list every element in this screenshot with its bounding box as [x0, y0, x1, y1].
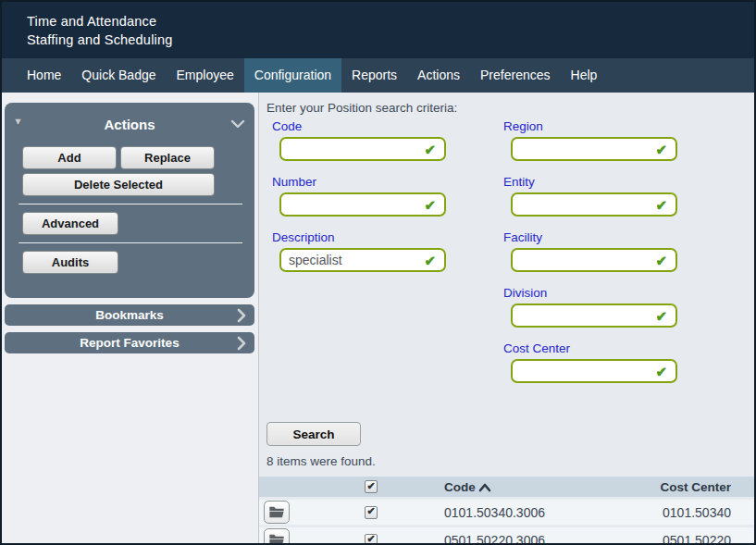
row-code-value: 0501.50220.3006: [444, 533, 611, 545]
facility-label: Facility: [503, 229, 729, 245]
results-summary: 8 items were found.: [266, 454, 754, 468]
bookmarks-panel-title: Bookmarks: [95, 308, 164, 322]
code-column-header[interactable]: Code: [444, 480, 476, 494]
number-label: Number: [272, 174, 498, 190]
app-header: Time and Attendance Staffing and Schedul…: [2, 2, 754, 58]
code-field-group: Code ✔: [266, 118, 498, 161]
app-title-line2: Staffing and Scheduling: [27, 31, 754, 49]
nav-item-configuration[interactable]: Configuration: [244, 58, 341, 93]
nav-item-help[interactable]: Help: [561, 58, 608, 93]
results-table-header: ✔ Code Cost Center: [259, 477, 754, 497]
main-nav: Home Quick Badge Employee Configuration …: [2, 58, 754, 93]
actions-panel: ▼ Actions Add Replace Delete Selected Ad…: [5, 103, 254, 298]
chevron-right-icon: [237, 308, 246, 323]
number-field-group: Number ✔: [266, 174, 498, 217]
entity-field: ✔: [511, 192, 677, 217]
facility-field: ✔: [511, 248, 677, 272]
cost-center-field-group: Cost Center ✔: [498, 341, 729, 383]
sidebar: ▼ Actions Add Replace Delete Selected Ad…: [2, 93, 259, 543]
region-field: ✔: [511, 137, 677, 161]
resize-triangle-icon: ▼: [13, 117, 23, 127]
row-checkbox[interactable]: ✔: [365, 506, 378, 519]
add-button[interactable]: Add: [22, 146, 117, 169]
facility-input[interactable]: [513, 250, 675, 270]
table-row: ✔ 0101.50340.3006 0101.50340: [259, 500, 754, 525]
criteria-left-column: Code ✔ Number ✔ Descri: [266, 118, 498, 396]
nav-item-quick-badge[interactable]: Quick Badge: [71, 58, 166, 93]
results-table: ✔ Code Cost Center: [259, 477, 754, 545]
advanced-button[interactable]: Advanced: [22, 212, 118, 235]
replace-button[interactable]: Replace: [120, 146, 215, 169]
folder-icon: [268, 505, 285, 519]
criteria-prompt: Enter your Position search criteria:: [266, 101, 754, 115]
entity-label: Entity: [503, 174, 729, 190]
nav-item-employee[interactable]: Employee: [167, 58, 244, 93]
number-field: ✔: [279, 192, 446, 217]
table-row: ✔ 0501.50220.3006 0501.50220: [259, 527, 754, 545]
row-checkbox[interactable]: ✔: [365, 534, 378, 545]
search-criteria-form: Code ✔ Number ✔ Descri: [266, 118, 754, 396]
open-record-button[interactable]: [264, 528, 290, 545]
delete-selected-button[interactable]: Delete Selected: [22, 173, 215, 196]
panel-divider: [19, 204, 242, 204]
division-field: ✔: [511, 303, 677, 328]
entity-field-group: Entity ✔: [498, 174, 729, 217]
cost-center-field: ✔: [511, 359, 677, 383]
entity-input[interactable]: [513, 194, 675, 215]
nav-item-actions[interactable]: Actions: [407, 58, 470, 93]
report-favorites-panel-title: Report Favorites: [80, 336, 179, 350]
checkbox-check-icon: ✔: [366, 506, 375, 516]
open-record-button[interactable]: [264, 501, 290, 524]
description-field-group: Description ✔: [266, 229, 498, 272]
region-input[interactable]: [513, 139, 675, 159]
nav-item-preferences[interactable]: Preferences: [470, 58, 560, 93]
app-title-line1: Time and Attendance: [27, 12, 754, 31]
chevron-down-icon: [230, 119, 245, 129]
sort-ascending-icon[interactable]: [477, 482, 492, 492]
description-label: Description: [272, 229, 498, 245]
code-input[interactable]: [281, 139, 444, 159]
audits-button[interactable]: Audits: [22, 251, 118, 274]
chevron-right-icon: [237, 336, 246, 351]
checkbox-check-icon: ✔: [366, 481, 375, 491]
region-field-group: Region ✔: [498, 118, 729, 161]
cost-center-column-header[interactable]: Cost Center: [611, 480, 754, 494]
folder-icon: [268, 533, 285, 545]
region-label: Region: [503, 118, 729, 134]
row-cost-center-value: 0501.50220: [611, 533, 754, 545]
actions-panel-title: Actions: [104, 117, 155, 132]
code-label: Code: [272, 118, 498, 134]
division-label: Division: [503, 285, 729, 301]
bookmarks-panel-header[interactable]: Bookmarks: [5, 304, 254, 326]
description-field: ✔: [279, 248, 446, 272]
app-window: Time and Attendance Staffing and Schedul…: [0, 0, 756, 545]
row-cost-center-value: 0101.50340: [611, 505, 754, 520]
nav-item-home[interactable]: Home: [17, 58, 71, 93]
panel-divider: [19, 242, 242, 243]
main-content: Enter your Position search criteria: Cod…: [259, 93, 754, 543]
division-field-group: Division ✔: [498, 285, 729, 328]
checkbox-check-icon: ✔: [366, 534, 375, 544]
cost-center-input[interactable]: [513, 361, 675, 381]
report-favorites-panel-header[interactable]: Report Favorites: [5, 332, 254, 353]
search-button[interactable]: Search: [266, 422, 361, 446]
cost-center-label: Cost Center: [503, 341, 729, 356]
content-area: ▼ Actions Add Replace Delete Selected Ad…: [2, 93, 754, 543]
criteria-right-column: Region ✔ Entity ✔ Faci: [498, 118, 729, 396]
row-code-value: 0101.50340.3006: [444, 505, 611, 520]
division-input[interactable]: [513, 305, 675, 326]
select-all-checkbox[interactable]: ✔: [365, 480, 378, 493]
description-input[interactable]: [281, 250, 444, 270]
actions-panel-header[interactable]: ▼ Actions: [5, 103, 254, 146]
number-input[interactable]: [281, 194, 444, 215]
nav-item-reports[interactable]: Reports: [341, 58, 407, 93]
code-field: ✔: [279, 137, 446, 161]
facility-field-group: Facility ✔: [498, 229, 729, 272]
